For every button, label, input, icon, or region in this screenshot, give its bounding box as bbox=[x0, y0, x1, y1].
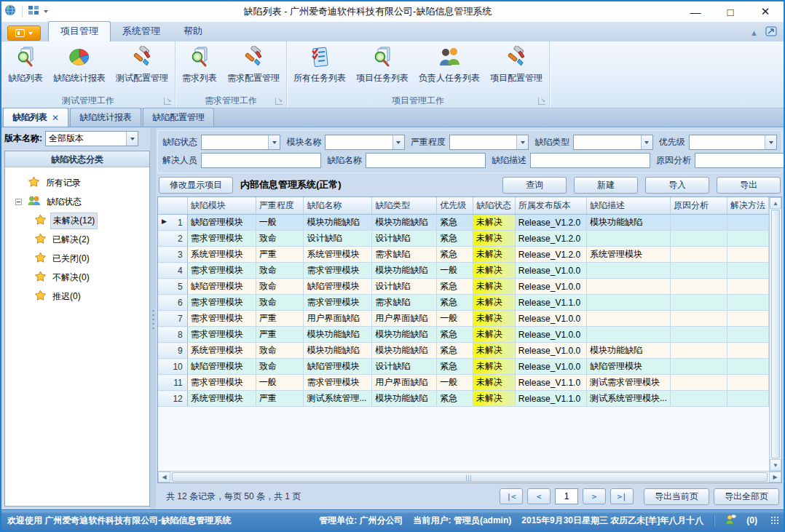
export-current-page-button[interactable]: 导出当前页 bbox=[644, 488, 709, 505]
ribbon-button-project-config[interactable]: 项目配置管理 bbox=[485, 43, 548, 86]
table-row[interactable]: 4需求管理模块致命需求管理模块模块功能缺陷一般未解决Release_V1.0.0 bbox=[158, 263, 769, 279]
ribbon-button-test-config[interactable]: 测试配置管理 bbox=[111, 43, 173, 86]
filter-cause-analysis-input[interactable] bbox=[695, 153, 785, 168]
column-header[interactable]: 缺陷模块 bbox=[187, 197, 256, 215]
filter-priority-combo[interactable] bbox=[689, 135, 777, 150]
application-menu-button[interactable] bbox=[7, 25, 41, 41]
filter-defect-name-input[interactable] bbox=[366, 153, 486, 168]
welcome-text: 欢迎使用 广州爱奇迪软件科技有限公司-缺陷信息管理系统 bbox=[7, 515, 319, 527]
minimize-button[interactable]: — bbox=[687, 6, 703, 18]
filter-resolver-input[interactable] bbox=[201, 153, 321, 168]
table-row[interactable]: 2需求管理模块致命设计缺陷设计缺陷紧急未解决Release_V1.2.0 bbox=[158, 231, 769, 247]
scrollbar-thumb[interactable] bbox=[771, 210, 780, 458]
scroll-down-icon[interactable]: ▼ bbox=[770, 459, 781, 471]
dialog-launcher-icon[interactable]: ↘ bbox=[275, 98, 283, 105]
prev-page-button[interactable]: < bbox=[527, 488, 551, 504]
table-row[interactable]: 5缺陷管理模块致命缺陷管理模块设计缺陷紧急未解决Release_V1.0.0 bbox=[158, 279, 769, 295]
column-header[interactable]: 解决方法 bbox=[727, 197, 768, 215]
filter-severity-combo[interactable] bbox=[449, 135, 529, 150]
tree-item[interactable]: 不解决(0) bbox=[15, 268, 146, 287]
table-row[interactable]: 8需求管理模块严重模块功能缺陷模块功能缺陷紧急未解决Release_V1.0.0 bbox=[158, 327, 769, 343]
chevron-down-icon[interactable] bbox=[641, 135, 652, 149]
ribbon-button-all-tasks[interactable]: 所有任务列表 bbox=[288, 43, 351, 86]
table-cell: 用户界面缺陷 bbox=[372, 311, 437, 327]
column-header[interactable]: 缺陷类型 bbox=[372, 197, 437, 215]
tree-item[interactable]: 推迟(0) bbox=[15, 287, 146, 306]
column-header[interactable]: 缺陷状态 bbox=[473, 197, 516, 215]
table-row[interactable]: 9系统管理模块致命模块功能缺陷模块功能缺陷紧急未解决Release_V1.0.0… bbox=[158, 343, 769, 359]
table-row[interactable]: 11需求管理模块一般需求管理模块用户界面缺陷一般未解决Release_V1.1.… bbox=[158, 375, 769, 391]
ribbon-button-defect-report[interactable]: 缺陷统计报表 bbox=[48, 43, 111, 86]
page-number-input[interactable] bbox=[555, 488, 578, 504]
chevron-down-icon[interactable] bbox=[765, 135, 776, 149]
last-page-button[interactable]: >| bbox=[610, 488, 634, 504]
table-cell bbox=[670, 263, 727, 279]
menu-tab-project-management[interactable]: 项目管理 bbox=[48, 21, 111, 41]
table-row[interactable]: 7需求管理模块严重用户界面缺陷用户界面缺陷一般未解决Release_V1.0.0 bbox=[158, 311, 769, 327]
tree-item[interactable]: 未解决(12) bbox=[15, 211, 146, 230]
tree-item[interactable]: 已关闭(0) bbox=[15, 249, 146, 268]
chevron-down-icon[interactable] bbox=[126, 132, 138, 146]
table-row[interactable]: ▶1缺陷管理模块一般模块功能缺陷模块功能缺陷紧急未解决Release_V1.2.… bbox=[158, 215, 769, 231]
query-button[interactable]: 查询 bbox=[502, 177, 567, 194]
first-page-button[interactable]: |< bbox=[500, 488, 523, 504]
scrollbar-thumb[interactable] bbox=[172, 472, 768, 482]
dialog-launcher-icon[interactable]: ↘ bbox=[538, 98, 545, 105]
scroll-left-icon[interactable]: ◀ bbox=[158, 472, 170, 483]
column-header[interactable]: 所属发布版本 bbox=[515, 197, 586, 215]
ribbon-button-project-tasks[interactable]: 项目任务列表 bbox=[351, 43, 414, 86]
version-combo[interactable]: 全部版本 bbox=[45, 131, 138, 146]
sidebar-splitter[interactable] bbox=[150, 127, 156, 509]
column-header[interactable]: 原因分析 bbox=[670, 197, 727, 215]
close-button[interactable]: ✕ bbox=[757, 5, 773, 18]
tree-item[interactable]: 已解决(2) bbox=[15, 230, 146, 249]
doc-tab-defect-list[interactable]: 缺陷列表 ✕ bbox=[3, 108, 68, 127]
column-header[interactable]: 缺陷名称 bbox=[304, 197, 372, 215]
filter-module-name-combo[interactable] bbox=[325, 135, 404, 150]
column-header[interactable]: 严重程度 bbox=[256, 197, 304, 215]
filter-defect-type-combo[interactable] bbox=[573, 135, 652, 150]
export-all-pages-button[interactable]: 导出全部页 bbox=[714, 488, 779, 505]
chevron-down-icon[interactable] bbox=[516, 135, 528, 149]
import-button[interactable]: 导入 bbox=[645, 177, 709, 194]
maximize-button[interactable]: □ bbox=[722, 6, 738, 18]
ribbon-button-requirement-list[interactable]: 需求列表 bbox=[177, 43, 222, 86]
tree-item[interactable]: 缺陷状态 bbox=[15, 192, 146, 211]
next-page-button[interactable]: > bbox=[583, 488, 606, 504]
table-row[interactable]: 10缺陷管理模块致命缺陷管理模块设计缺陷紧急未解决Release_V1.0.0缺… bbox=[158, 359, 769, 375]
column-header[interactable]: 缺陷描述 bbox=[586, 197, 670, 215]
new-button[interactable]: 新建 bbox=[574, 177, 638, 194]
ribbon-button-defect-list[interactable]: 缺陷列表 bbox=[3, 43, 48, 86]
filter-defect-status-combo[interactable] bbox=[201, 135, 280, 150]
table-cell bbox=[727, 263, 768, 279]
modify-columns-button[interactable]: 修改显示项目 bbox=[159, 177, 233, 194]
help-window-icon[interactable] bbox=[765, 25, 778, 40]
vertical-scrollbar[interactable]: ▲ ▼ bbox=[769, 197, 781, 471]
chevron-down-icon[interactable] bbox=[268, 135, 280, 149]
tree-item[interactable]: 所有记录 bbox=[15, 173, 146, 192]
quick-access-grid-icon[interactable] bbox=[28, 5, 39, 18]
menu-tab-help[interactable]: 帮助 bbox=[172, 22, 214, 41]
collapse-node-icon[interactable] bbox=[15, 199, 22, 205]
export-button[interactable]: 导出 bbox=[717, 177, 781, 194]
doc-tab-defect-config[interactable]: 缺陷配置管理 bbox=[143, 108, 214, 127]
message-user-icon[interactable] bbox=[725, 514, 736, 527]
column-header[interactable]: 优先级 bbox=[437, 197, 473, 215]
scroll-up-icon[interactable]: ▲ bbox=[770, 197, 781, 209]
table-row[interactable]: 12系统管理模块严重测试系统管理...模块功能缺陷紧急未解决Release_V1… bbox=[158, 391, 769, 407]
collapse-ribbon-icon[interactable]: ▲ bbox=[750, 28, 758, 37]
horizontal-scrollbar[interactable]: ◀ ▶ bbox=[158, 471, 781, 483]
close-tab-icon[interactable]: ✕ bbox=[52, 114, 59, 122]
resize-grip[interactable] bbox=[770, 516, 779, 525]
table-row[interactable]: 6需求管理模块致命需求管理模块需求缺陷紧急未解决Release_V1.1.0 bbox=[158, 295, 769, 311]
menu-tab-system-management[interactable]: 系统管理 bbox=[111, 22, 172, 41]
chevron-down-icon[interactable] bbox=[392, 135, 404, 149]
doc-tab-defect-report[interactable]: 缺陷统计报表 bbox=[70, 108, 141, 127]
table-row[interactable]: 3系统管理模块严重系统管理模块需求缺陷紧急未解决Release_V1.2.0系统… bbox=[158, 247, 769, 263]
scroll-right-icon[interactable]: ▶ bbox=[769, 472, 781, 483]
ribbon-button-requirement-config[interactable]: 需求配置管理 bbox=[222, 43, 285, 86]
table-cell: 模块功能缺陷 bbox=[304, 327, 372, 343]
ribbon-button-owner-tasks[interactable]: 负责人任务列表 bbox=[414, 43, 485, 86]
filter-defect-desc-input[interactable] bbox=[530, 153, 650, 168]
dialog-launcher-icon[interactable]: ↘ bbox=[164, 98, 171, 105]
